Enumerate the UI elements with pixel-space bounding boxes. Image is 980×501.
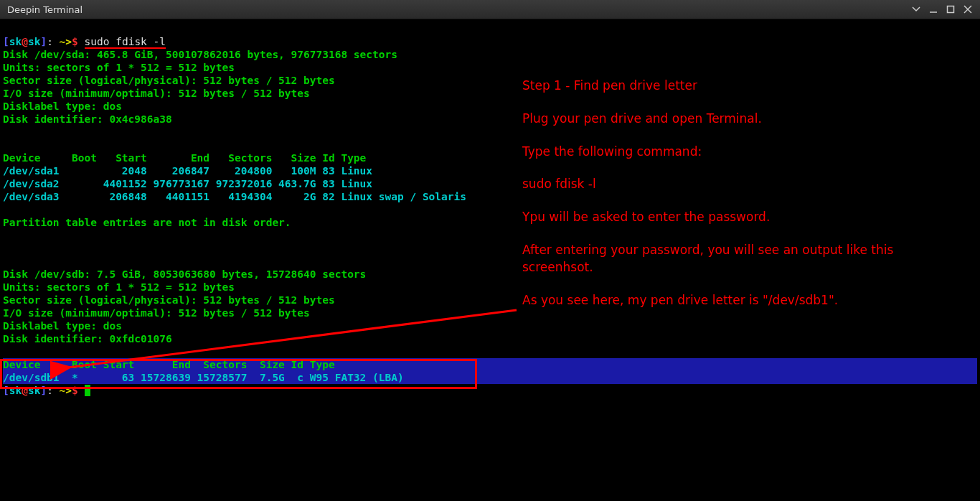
blank-line (3, 243, 9, 254)
disk-sdb-sector: Sector size (logical/physical): 512 byte… (3, 294, 335, 306)
annotation-text: Type the following command: (522, 144, 967, 161)
disk-sda-sector: Sector size (logical/physical): 512 byte… (3, 75, 335, 86)
menu-icon[interactable] (911, 4, 921, 14)
annotation-panel: Step 1 - Find pen drive letter Plug your… (522, 78, 967, 324)
disk-sda-identifier: Disk identifier: 0x4c986a38 (3, 113, 172, 125)
disk-sda-units: Units: sectors of 1 * 512 = 512 bytes (3, 62, 235, 73)
disk-sdb-labeltype: Disklabel type: dos (3, 320, 122, 332)
minimize-icon[interactable] (928, 4, 938, 14)
prompt-host: sk (28, 36, 40, 47)
annotation-text: After entering your password, you will s… (522, 242, 967, 276)
table-row: /dev/sda3 206848 4401151 4194304 2G 82 L… (3, 191, 466, 202)
blank-line (3, 346, 9, 357)
disk-sdb-header: Disk /dev/sdb: 7.5 GiB, 8053063680 bytes… (3, 268, 366, 280)
annotation-text: Plug your pen drive and open Terminal. (522, 111, 967, 128)
disk-sdb-identifier: Disk identifier: 0xfdc01076 (3, 333, 172, 345)
close-icon[interactable] (963, 4, 973, 14)
blank-line (3, 139, 9, 151)
table-row: /dev/sda2 4401152 976773167 972372016 46… (3, 178, 372, 189)
prompt-bracket: [ (3, 36, 9, 47)
partition-warning: Partition table entries are not in disk … (3, 217, 291, 228)
disk-sdb-units: Units: sectors of 1 * 512 = 512 bytes (3, 281, 235, 293)
disk-sda-labeltype: Disklabel type: dos (3, 100, 122, 112)
svg-rect-1 (948, 6, 954, 13)
terminal-cursor (85, 385, 91, 396)
window-title: Deepin Terminal (4, 4, 911, 15)
disk-sda-io: I/O size (minimum/optimal): 512 bytes / … (3, 88, 310, 99)
blank-line (3, 126, 9, 138)
maximize-icon[interactable] (946, 4, 956, 14)
table-row: /dev/sda1 2048 206847 204800 100M 83 Lin… (3, 165, 372, 177)
blank-line (3, 256, 9, 267)
blank-line (3, 204, 9, 215)
table-row: /dev/sdb1 * 63 15728639 15728577 7.5G c … (3, 372, 404, 383)
prompt-at: @ (22, 36, 28, 47)
table-sda-header: Device Boot Start End Sectors Size Id Ty… (3, 152, 366, 164)
annotation-text: Ypu will be asked to enter the password. (522, 209, 967, 226)
annotation-command: sudo fdisk -l (522, 176, 967, 193)
window-controls (911, 4, 976, 14)
prompt-dollar: $ (72, 36, 84, 47)
prompt-line: [sk@sk]: ~>$ sudo fdisk -l (3, 36, 166, 49)
prompt-sep: : (47, 36, 59, 47)
prompt-line-2: [sk@sk]: ~>$ (3, 385, 90, 396)
prompt-bracket-close: ] (40, 36, 47, 47)
window-titlebar: Deepin Terminal (0, 0, 980, 19)
sdb-table: Device Boot Start End Sectors Size Id Ty… (3, 359, 977, 383)
annotation-text: As you see here, my pen drive letter is … (522, 292, 967, 309)
disk-sda-header: Disk /dev/sda: 465.8 GiB, 500107862016 b… (3, 49, 397, 60)
prompt-user: sk (9, 36, 22, 47)
table-sdb-header: Device Boot Start End Sectors Size Id Ty… (3, 359, 335, 370)
disk-sdb-io: I/O size (minimum/optimal): 512 bytes / … (3, 307, 310, 319)
blank-line (3, 230, 9, 241)
annotation-step: Step 1 - Find pen drive letter (522, 78, 967, 95)
command-text: sudo fdisk -l (85, 36, 166, 49)
prompt-path: ~> (60, 36, 72, 47)
